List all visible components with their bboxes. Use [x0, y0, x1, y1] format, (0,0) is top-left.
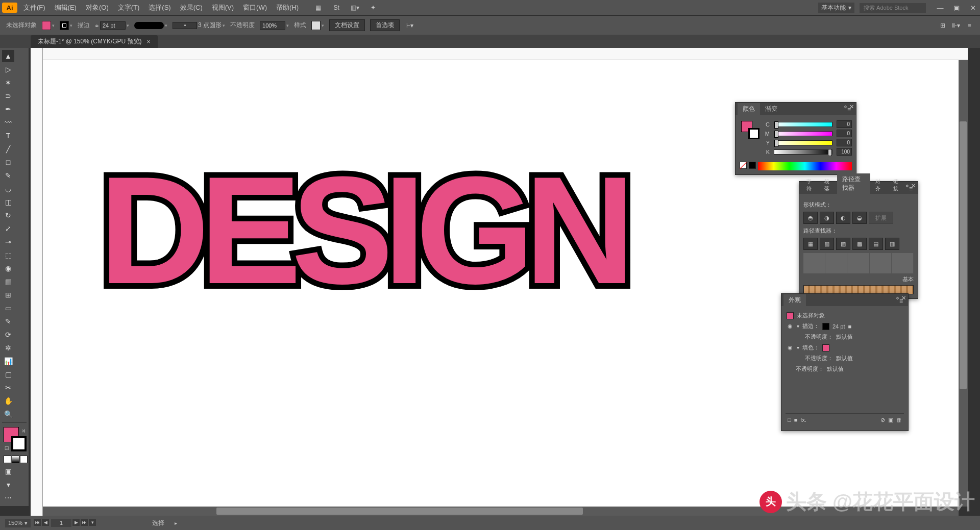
color-mode-none[interactable] — [20, 456, 28, 463]
tab-color[interactable]: 颜色 — [738, 103, 760, 115]
expand-button[interactable]: 扩展 — [869, 212, 893, 224]
canvas-text-object[interactable]: DESIGN — [99, 142, 625, 318]
align-icon[interactable]: ⊩▾ — [405, 21, 414, 30]
close-button[interactable]: ✕ — [968, 4, 978, 12]
rotate-tool[interactable]: ↻ — [2, 209, 14, 221]
stroke-weight-value[interactable]: 24 pt — [100, 21, 126, 30]
scrollbar-thumb[interactable] — [216, 508, 583, 515]
merge-button[interactable]: ▨ — [836, 238, 850, 250]
appearance-opacity-row[interactable]: 不透明度： 默认值 — [786, 364, 904, 374]
panel-stroke-box[interactable] — [748, 128, 760, 139]
menu-help[interactable]: 帮助(H) — [274, 2, 301, 13]
screen-mode-normal[interactable]: ▣ — [2, 465, 14, 477]
cyan-slider[interactable] — [774, 122, 832, 127]
profile-dropdown[interactable]: 3 点圆形 ▾ — [173, 21, 225, 30]
minus-front-button[interactable]: ◑ — [820, 212, 834, 224]
brush-preview-strip[interactable] — [803, 253, 914, 273]
default-fill-stroke-icon[interactable]: ◲ — [5, 445, 9, 450]
bw-swatch-icon[interactable] — [749, 162, 756, 169]
chevron-down-icon[interactable]: ▾ — [797, 345, 799, 350]
edit-toolbar[interactable]: ⋯ — [2, 492, 14, 504]
stroke-style-dropdown[interactable]: ▾ — [134, 22, 167, 29]
artboard-number[interactable]: 1 — [51, 519, 71, 527]
first-artboard-button[interactable]: ⏮ — [34, 519, 41, 526]
line-tool[interactable]: ╱ — [2, 143, 14, 155]
yellow-slider[interactable] — [774, 140, 832, 145]
screen-mode-dropdown[interactable]: ▾ — [2, 478, 14, 491]
horizontal-ruler[interactable] — [43, 48, 968, 60]
tab-pathfinder[interactable]: 路径查找器 — [837, 173, 870, 194]
magic-wand-tool[interactable]: ✶ — [2, 77, 14, 89]
menu-type[interactable]: 文字(T) — [116, 2, 142, 13]
tab-character[interactable]: 字符 — [801, 176, 819, 194]
stroke-swatch[interactable]: ▾ — [60, 21, 72, 30]
panel-collapse-icon[interactable]: ⋄ — [905, 183, 909, 189]
zoom-level[interactable]: 150% ▾ — [5, 519, 31, 527]
style-label[interactable]: 样式 — [294, 21, 306, 30]
swap-fill-stroke-icon[interactable]: ⤮ — [21, 428, 26, 434]
document-setup-button[interactable]: 文档设置 — [329, 19, 365, 31]
fill-swatch-icon[interactable] — [822, 344, 829, 351]
mesh-tool[interactable]: ⊞ — [2, 289, 14, 301]
visibility-icon[interactable]: ◉ — [787, 323, 794, 330]
intersect-button[interactable]: ◐ — [836, 212, 850, 224]
artboard-tool[interactable]: ▢ — [2, 368, 14, 381]
tab-links[interactable]: 链接 — [888, 176, 906, 194]
style-dropdown[interactable]: ▾ — [311, 21, 324, 30]
chevron-down-icon[interactable]: ▾ — [797, 323, 799, 329]
tab-close-icon[interactable]: × — [147, 38, 151, 45]
menu-edit[interactable]: 编辑(E) — [53, 2, 79, 13]
prev-artboard-button[interactable]: ◀ — [42, 519, 49, 526]
preferences-button[interactable]: 首选项 — [370, 19, 400, 31]
clear-icon[interactable]: ⊘ — [880, 417, 885, 423]
search-input[interactable]: 搜索 Adobe Stock — [860, 3, 926, 13]
pen-tool[interactable]: ✒ — [2, 103, 14, 115]
add-stroke-icon[interactable]: □ — [788, 417, 791, 423]
spectrum-picker[interactable] — [758, 162, 852, 170]
panel-fill-stroke[interactable] — [741, 121, 760, 139]
tab-gradient[interactable]: 渐变 — [760, 103, 782, 115]
stroke-swatch-icon[interactable] — [822, 323, 829, 330]
status-menu-icon[interactable]: ▸ — [175, 520, 177, 526]
curvature-tool[interactable]: 〰 — [2, 116, 14, 129]
slice-tool[interactable]: ✂ — [2, 382, 14, 394]
stroke-box[interactable] — [11, 436, 27, 451]
panel-collapse-icon[interactable]: ⋄ — [896, 295, 899, 301]
menu-select[interactable]: 选择(S) — [146, 2, 173, 13]
artboard-nav-menu[interactable]: ▾ — [89, 519, 96, 526]
workspace-selector[interactable]: 基本功能 ▾ — [818, 3, 854, 13]
stroke-value[interactable]: 24 pt — [832, 323, 845, 330]
fill-stroke-control[interactable]: ⤮ ◲ — [4, 427, 27, 451]
shaper-tool[interactable]: ◡ — [2, 183, 14, 195]
tab-align[interactable]: 对齐 — [870, 176, 888, 194]
color-mode-solid[interactable] — [4, 456, 11, 463]
unite-button[interactable]: ◓ — [803, 212, 818, 224]
selection-tool[interactable]: ▲ — [2, 50, 14, 62]
direct-selection-tool[interactable]: ▷ — [2, 63, 14, 75]
crop-button[interactable]: ▩ — [852, 238, 867, 250]
next-artboard-button[interactable]: ▶ — [72, 519, 80, 526]
type-tool[interactable]: T — [2, 130, 14, 142]
document-tab[interactable]: 未标题-1* @ 150% (CMYK/GPU 预览) × — [31, 35, 158, 48]
exclude-button[interactable]: ◒ — [852, 212, 867, 224]
panel-collapse-icon[interactable]: ⋄ — [844, 104, 847, 110]
maximize-button[interactable]: ▣ — [951, 4, 962, 12]
color-mode-gradient[interactable] — [12, 456, 19, 463]
stroke-weight-stepper[interactable]: ≑ 24 pt ▾ — [95, 21, 129, 30]
width-tool[interactable]: ⊸ — [2, 236, 14, 248]
gradient-tool[interactable]: ▭ — [2, 302, 14, 314]
perspective-tool[interactable]: ▦ — [2, 275, 14, 288]
gpu-icon[interactable]: ✦ — [369, 3, 378, 12]
appearance-fill-row[interactable]: ◉ ▾ 填色： — [786, 342, 904, 353]
hand-tool[interactable]: ✋ — [2, 395, 14, 407]
bridge-icon[interactable]: ▦ — [313, 3, 323, 12]
yellow-value[interactable]: 0 — [837, 139, 852, 146]
duplicate-icon[interactable]: ▣ — [888, 417, 893, 423]
last-artboard-button[interactable]: ⏭ — [81, 519, 88, 526]
visibility-icon[interactable]: ◉ — [787, 344, 794, 351]
panel-close-icon[interactable]: ✕ — [849, 104, 854, 110]
fill-swatch[interactable]: ▾ — [42, 21, 55, 30]
tab-appearance[interactable]: 外观 — [783, 294, 806, 306]
menu-file[interactable]: 文件(F) — [21, 2, 47, 13]
vertical-ruler[interactable] — [31, 48, 43, 516]
